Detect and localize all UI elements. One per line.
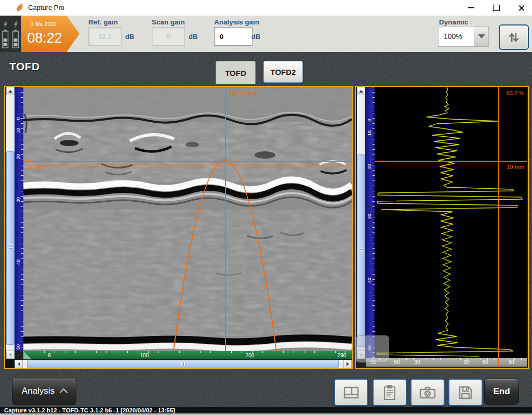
tab-tofd[interactable]: TOFD xyxy=(216,61,256,85)
maximize-icon xyxy=(493,5,500,11)
scroll-up-button[interactable] xyxy=(357,87,365,95)
bscan-vertical-scrollbar[interactable] xyxy=(6,87,15,359)
ruler-tick-label: 50 xyxy=(16,343,22,351)
ref-gain-unit: dB xyxy=(125,33,134,41)
scroll-left-button[interactable] xyxy=(15,360,23,368)
view-header: TOFD TOFD TOFD2 xyxy=(0,52,532,84)
chevron-down-icon xyxy=(478,34,485,38)
updown-arrows-icon xyxy=(507,31,521,44)
overlay-scroll-thumb[interactable] xyxy=(356,335,389,362)
bscan-hscroll-thumb[interactable] xyxy=(27,360,339,368)
ruler-tick-label: 0 xyxy=(367,116,373,124)
end-button[interactable]: End xyxy=(484,379,519,405)
scroll-right-button[interactable] xyxy=(343,360,352,368)
scroll-up-button[interactable] xyxy=(6,87,15,95)
thumb-grip xyxy=(181,362,185,366)
toolbar: 1 Ma 2020 08:22 Ref. gain 22.2 dB Scan g… xyxy=(0,16,532,52)
swap-updown-button[interactable] xyxy=(499,24,529,50)
app-logo-leaf-icon xyxy=(15,3,25,13)
ruler-tick-label: 90 xyxy=(508,359,514,365)
tab-tofd2[interactable]: TOFD2 xyxy=(263,61,303,83)
bscan-depth-label: 19 mm xyxy=(26,164,44,170)
ascan-depth-cursor-line[interactable] xyxy=(375,161,527,162)
battery1-icon xyxy=(2,17,9,49)
status-bar: Capture v3.1.2 b12 - TOFD-TC 3.1.2 b6 -1… xyxy=(0,407,532,413)
ruler-tick-label: 40 xyxy=(367,276,373,284)
dynamic-dropdown-button[interactable] xyxy=(474,27,488,46)
dynamic-label: Dynamic xyxy=(439,18,468,26)
floppy-save-icon xyxy=(458,385,473,400)
bscan-depth-cursor-line[interactable] xyxy=(23,161,352,162)
battery2-icon xyxy=(12,17,19,49)
ruler-tick-label: 9 xyxy=(48,353,51,358)
ruler-tick-label: 60 xyxy=(394,359,400,365)
close-icon xyxy=(518,5,525,11)
minimize-icon xyxy=(468,7,474,8)
minimize-button[interactable] xyxy=(462,0,480,16)
ruler-start-marker xyxy=(23,351,32,359)
arrow-up-icon xyxy=(359,90,363,93)
ruler-tick-label: 0 xyxy=(16,114,22,123)
ruler-tick-label: 10 xyxy=(367,129,373,137)
ruler-tick-label: 30 xyxy=(16,196,22,204)
analysis-gain-unit: dB xyxy=(251,33,260,41)
close-button[interactable] xyxy=(512,0,530,16)
thumb-grip xyxy=(360,247,363,251)
bscan-scan-position-label: 182.98 mm xyxy=(229,90,258,96)
window-title: Capture Pro xyxy=(28,4,64,11)
scan-gain-field[interactable]: 0 xyxy=(152,27,185,46)
ruler-tick-label: 60 xyxy=(482,359,488,365)
ref-gain-label: Ref. gain xyxy=(88,18,118,26)
ref-gain-field[interactable]: 22.2 xyxy=(88,27,122,46)
scan-gain-unit: dB xyxy=(189,33,197,41)
chevron-up-icon xyxy=(60,388,68,397)
scroll-down-button[interactable] xyxy=(6,351,15,359)
cursor-tick xyxy=(498,358,499,367)
datetime-banner: 1 Ma 2020 08:22 xyxy=(21,16,79,52)
maximize-button[interactable] xyxy=(487,0,505,16)
arrow-right-icon xyxy=(347,362,349,366)
footer-bar: Analysis xyxy=(0,370,532,408)
scrollbar-corner xyxy=(5,359,15,368)
ascan-plot[interactable]: 63.2 % 19 mm xyxy=(375,87,527,358)
view-title: TOFD xyxy=(9,60,40,73)
ruler-tick-label: 30 xyxy=(367,212,373,221)
ruler-tick-label: 10 xyxy=(16,126,22,135)
screenshot-button[interactable] xyxy=(410,379,445,406)
ruler-tick-label: 30 xyxy=(414,359,420,365)
bscan-hyperbola-cursor xyxy=(23,87,352,351)
ascan-amplitude-cursor-line[interactable] xyxy=(498,87,499,358)
arrow-left-icon xyxy=(18,362,20,366)
ascan-waveform xyxy=(375,87,527,358)
layout-view-button[interactable] xyxy=(334,379,368,406)
analysis-menu-button[interactable]: Analysis xyxy=(12,377,76,405)
ruler-tick-label: 20 xyxy=(16,152,22,161)
bscan-image[interactable]: 182.98 mm 19 mm xyxy=(23,87,352,351)
ascan-vertical-scrollbar[interactable] xyxy=(357,87,365,359)
ruler-tick-label: 40 xyxy=(16,258,22,266)
bscan-panel: 0 10 20 30 40 50 xyxy=(4,86,353,369)
date-display: 1 Ma 2020 xyxy=(21,21,66,27)
ascan-amplitude-ruler: 90 60 30 30 60 90 xyxy=(366,358,527,367)
thumb-grip xyxy=(9,244,12,249)
bscan-scan-ruler: 9 100 200 290 xyxy=(23,351,352,359)
report-button[interactable] xyxy=(373,379,407,406)
save-button[interactable] xyxy=(448,379,483,406)
ascan-vscroll-thumb[interactable] xyxy=(357,154,365,347)
scan-gain-label: Scan gain xyxy=(152,18,185,26)
ruler-tick-label: 290 xyxy=(338,353,347,358)
bscan-vscroll-thumb[interactable] xyxy=(6,151,15,345)
arrow-up-icon xyxy=(8,90,12,93)
arrow-down-icon xyxy=(8,354,12,356)
dynamic-dropdown[interactable]: 100% xyxy=(438,26,489,47)
bscan-depth-ruler: 0 10 20 30 40 50 xyxy=(15,87,23,351)
ruler-tick-label: 200 xyxy=(246,353,255,358)
bscan-horizontal-scrollbar[interactable] xyxy=(15,360,352,368)
bscan-scan-cursor-line[interactable] xyxy=(225,87,226,351)
analysis-gain-label: Analysis gain xyxy=(214,18,259,26)
analysis-gain-field[interactable]: 0 xyxy=(214,27,252,46)
dynamic-value: 100% xyxy=(438,27,474,46)
capture-pro-window: Capture Pro 1 Ma 2020 08:22 xyxy=(0,0,532,415)
ascan-amplitude-label: 63.2 % xyxy=(507,90,524,96)
battery-status xyxy=(0,16,21,52)
